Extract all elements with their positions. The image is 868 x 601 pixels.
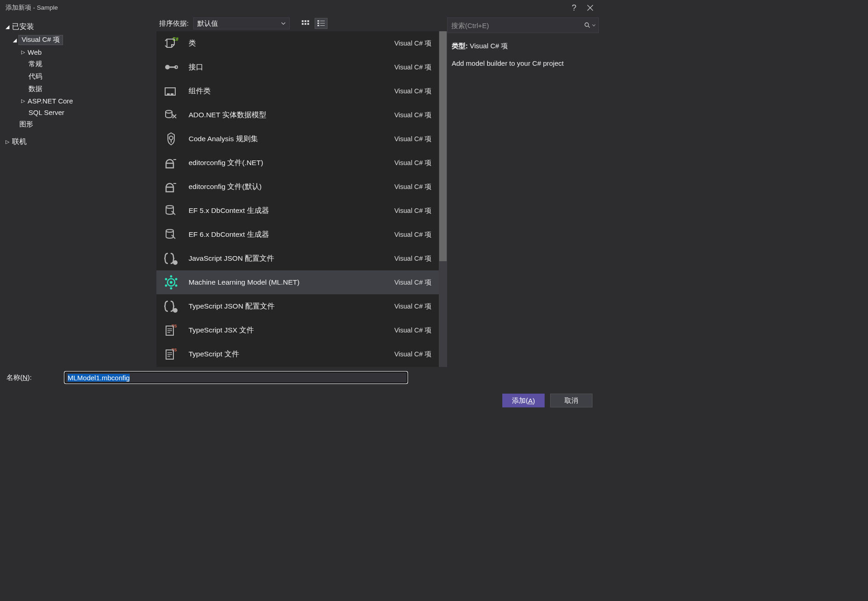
template-row[interactable]: Code Analysis 规则集Visual C# 项 <box>156 127 439 151</box>
add-button[interactable]: 添加(A) <box>502 394 545 407</box>
template-name: TypeScript JSON 配置文件 <box>189 302 386 311</box>
view-tiles-button[interactable] <box>299 18 312 29</box>
svg-point-22 <box>166 110 172 113</box>
detail-body: 类型: Visual C# 项 Add model builder to you… <box>447 36 599 69</box>
tree-aspnet[interactable]: ▷ ASP.NET Core <box>0 95 156 107</box>
template-row[interactable]: EF 5.x DbContext 生成器Visual C# 项 <box>156 199 439 223</box>
expand-icon: ▷ <box>19 98 27 104</box>
svg-text:?: ? <box>572 3 576 12</box>
tree-label: 数据 <box>28 84 43 94</box>
search-input[interactable] <box>447 17 599 33</box>
detail-type-label: 类型: <box>452 42 468 50</box>
template-lang: Visual C# 项 <box>394 135 431 143</box>
template-name: Code Analysis 规则集 <box>189 134 386 144</box>
cancel-button[interactable]: 取消 <box>550 394 592 407</box>
template-lang: Visual C# 项 <box>394 278 431 287</box>
svg-rect-3 <box>302 20 304 22</box>
svg-rect-20 <box>167 93 170 95</box>
search-field[interactable] <box>451 22 584 29</box>
template-name: Machine Learning Model (ML.NET) <box>189 278 386 286</box>
view-toggle <box>299 18 328 29</box>
scrollbar[interactable] <box>439 31 447 367</box>
name-input[interactable] <box>64 372 408 383</box>
template-icon <box>162 82 180 100</box>
tree-label: ASP.NET Core <box>27 97 74 105</box>
template-icon: C# <box>162 34 180 52</box>
template-lang: Visual C# 项 <box>394 87 431 96</box>
template-name: 类 <box>189 39 386 48</box>
scrollbar-thumb[interactable] <box>439 31 447 261</box>
template-row[interactable]: Machine Learning Model (ML.NET)Visual C#… <box>156 270 439 294</box>
svg-rect-27 <box>166 187 173 192</box>
svg-point-23 <box>169 136 173 140</box>
collapse-icon: ◢ <box>11 37 18 43</box>
search-icon[interactable] <box>584 22 596 29</box>
template-lang: Visual C# 项 <box>394 302 431 311</box>
close-icon[interactable] <box>587 5 593 11</box>
sort-row: 排序依据: 默认值 <box>156 16 447 31</box>
tree-csharp[interactable]: ◢ Visual C# 项 <box>0 34 156 46</box>
svg-rect-13 <box>317 25 319 26</box>
expand-icon: ▷ <box>4 139 11 145</box>
titlebar: 添加新项 - Sample ? <box>0 0 599 16</box>
chevron-down-icon <box>281 22 286 25</box>
svg-rect-21 <box>171 93 173 95</box>
svg-rect-9 <box>317 20 319 22</box>
detail-column: 类型: Visual C# 项 Add model builder to you… <box>447 16 599 367</box>
tree-web[interactable]: ▷ Web <box>0 46 156 58</box>
tree-graphics[interactable]: 图形 <box>0 118 156 131</box>
template-row[interactable]: TSTypeScript JSX 文件Visual C# 项 <box>156 318 439 342</box>
template-row[interactable]: 组件类Visual C# 项 <box>156 79 439 103</box>
template-icon <box>162 273 180 292</box>
tree-label: SQL Server <box>28 108 65 117</box>
detail-description: Add model builder to your C# project <box>452 58 593 69</box>
template-row[interactable]: JavaScript JSON 配置文件Visual C# 项 <box>156 246 439 270</box>
template-list: C#类Visual C# 项接口Visual C# 项组件类Visual C# … <box>156 31 447 367</box>
help-icon[interactable]: ? <box>570 3 577 12</box>
template-lang: Visual C# 项 <box>394 111 431 120</box>
view-list-button[interactable] <box>315 18 328 29</box>
svg-rect-11 <box>317 23 319 24</box>
tree-label: Web <box>27 48 43 57</box>
template-name: JavaScript JSON 配置文件 <box>189 254 386 263</box>
sort-select[interactable]: 默认值 <box>193 17 290 29</box>
tree-sqlserver[interactable]: SQL Server <box>0 107 156 118</box>
bottom-bar: 名称(N): 添加(A) 取消 <box>0 367 599 415</box>
svg-rect-14 <box>320 25 325 26</box>
detail-type-value: Visual C# 项 <box>470 42 508 50</box>
svg-rect-6 <box>302 23 304 25</box>
template-column: 排序依据: 默认值 C#类Visual C# 项接口Visual C# 项组件类… <box>156 16 447 367</box>
tree-installed[interactable]: ◢ 已安装 <box>0 20 156 34</box>
svg-rect-10 <box>320 21 325 21</box>
template-name: 组件类 <box>189 86 386 96</box>
svg-rect-12 <box>320 23 325 23</box>
template-icon <box>162 225 180 244</box>
content: ◢ 已安装 ◢ Visual C# 项 ▷ Web 常规 代码 数据 ▷ ASP… <box>0 16 599 367</box>
template-lang: Visual C# 项 <box>394 206 431 215</box>
template-row[interactable]: TSTypeScript 文件Visual C# 项 <box>156 342 439 366</box>
template-row[interactable]: TypeScript JSON 配置文件Visual C# 项 <box>156 294 439 318</box>
tree-data[interactable]: 数据 <box>0 83 156 95</box>
tree-general[interactable]: 常规 <box>0 58 156 70</box>
template-row[interactable]: editorconfig 文件(默认)Visual C# 项 <box>156 175 439 199</box>
template-row[interactable]: ADO.NET 实体数据模型Visual C# 项 <box>156 103 439 127</box>
sort-label: 排序依据: <box>159 19 191 28</box>
template-row[interactable]: C#类Visual C# 项 <box>156 31 439 55</box>
svg-point-40 <box>173 308 178 313</box>
template-name: editorconfig 文件(默认) <box>189 182 386 192</box>
name-row: 名称(N): <box>6 372 592 383</box>
svg-point-30 <box>166 229 173 232</box>
tree-code[interactable]: 代码 <box>0 70 156 83</box>
template-icon <box>162 249 180 268</box>
template-lang: Visual C# 项 <box>394 254 431 263</box>
template-icon <box>162 106 180 124</box>
template-icon <box>162 58 180 76</box>
template-row[interactable]: editorconfig 文件(.NET)Visual C# 项 <box>156 151 439 175</box>
template-lang: Visual C# 项 <box>394 159 431 167</box>
template-row[interactable]: EF 6.x DbContext 生成器Visual C# 项 <box>156 223 439 246</box>
template-row[interactable]: 接口Visual C# 项 <box>156 55 439 79</box>
sort-value: 默认值 <box>197 19 218 28</box>
tree-online[interactable]: ▷ 联机 <box>0 135 156 149</box>
template-lang: Visual C# 项 <box>394 326 431 335</box>
template-icon <box>162 297 180 315</box>
